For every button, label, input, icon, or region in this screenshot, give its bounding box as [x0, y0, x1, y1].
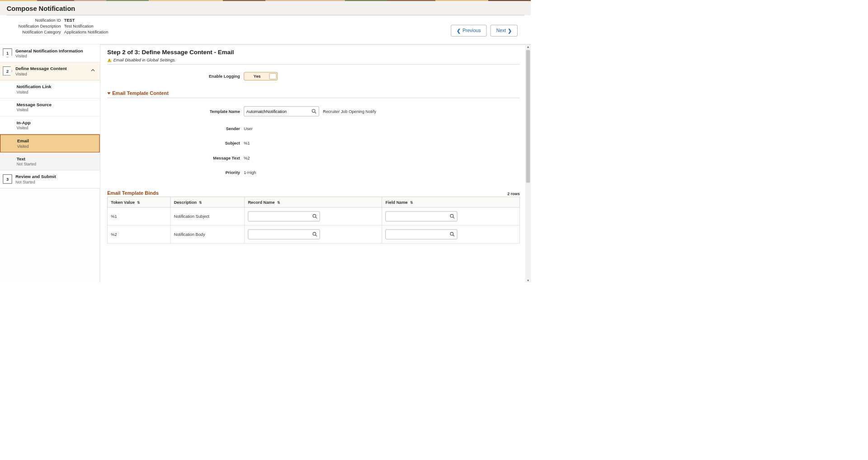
binds-col-token[interactable]: Token Value ⇅ [108, 197, 170, 207]
email-template-section-title: Email Template Content [112, 90, 169, 96]
next-button[interactable]: Next ❯ [491, 25, 518, 37]
sub-email-title: Email [17, 138, 29, 143]
notification-info-block: Notification ID TEST Notification Descri… [0, 17, 531, 44]
enable-logging-toggle[interactable]: Yes [244, 72, 278, 80]
search-icon[interactable] [448, 232, 457, 237]
email-binds-table: Token Value ⇅ Description ⇅ Record Name … [107, 197, 519, 243]
previous-button[interactable]: ❮ Previous [451, 25, 486, 37]
notification-id-label: Notification ID [7, 18, 64, 23]
sort-icon: ⇅ [410, 200, 413, 204]
sidebar-step-3[interactable]: 3 Review and Submit Not Started [0, 170, 100, 188]
step-3-badge: 3 [3, 174, 12, 184]
bind-field-lookup [386, 230, 458, 239]
step-2-badge: 2 [3, 66, 12, 76]
content-scrollbar[interactable]: ▲ ▼ [525, 44, 531, 282]
bind-record-cell [245, 207, 382, 225]
sub-email-status: Visited [17, 144, 29, 149]
priority-value: 1-High [244, 170, 256, 175]
step-2-title: Define Message Content [15, 66, 67, 71]
bind-record-input[interactable] [248, 230, 310, 239]
sidebar-sub-message-source[interactable]: Message Source Visited [0, 99, 100, 117]
sub-notification-link-status: Visited [17, 90, 52, 94]
sidebar-sub-email[interactable]: Email Visited [0, 134, 100, 152]
notification-description-label: Notification Description [7, 24, 64, 28]
sender-value: User [244, 126, 252, 131]
warning-text: Email Disabled in Global Settings. [113, 58, 176, 62]
template-name-input[interactable] [244, 108, 309, 116]
svg-line-1 [315, 112, 316, 113]
notification-category-label: Notification Category [7, 29, 64, 34]
page-header: Compose Notification [0, 1, 531, 15]
sidebar-sub-in-app[interactable]: In-App Visited [0, 116, 100, 134]
enable-logging-label: Enable Logging [107, 74, 244, 79]
scroll-track[interactable] [525, 49, 531, 277]
email-binds-rowcount: 2 rows [508, 192, 520, 196]
sort-icon: ⇅ [199, 200, 202, 204]
scroll-thumb[interactable] [526, 50, 530, 183]
enable-logging-value: Yes [244, 74, 269, 79]
scroll-up-arrow-icon[interactable]: ▲ [526, 44, 531, 49]
bind-description: Notification Body [170, 225, 245, 244]
template-name-lookup [244, 106, 319, 116]
sidebar-step-1[interactable]: 1 General Notification Information Visit… [0, 44, 100, 62]
message-text-value: %2 [244, 155, 250, 160]
binds-col-record[interactable]: Record Name ⇅ [245, 197, 382, 207]
section-divider [107, 98, 519, 98]
notification-id-value: TEST [64, 18, 75, 23]
sidebar-sub-notification-link[interactable]: Notification Link Visited [0, 80, 100, 99]
bind-record-lookup [248, 211, 320, 221]
search-icon[interactable] [448, 214, 457, 219]
sub-in-app-title: In-App [17, 120, 31, 125]
message-text-label: Message Text [107, 155, 244, 160]
previous-button-label: Previous [462, 28, 481, 33]
svg-line-3 [316, 217, 317, 218]
scroll-down-arrow-icon[interactable]: ▼ [526, 278, 531, 283]
email-binds-heading: Email Template Binds [107, 190, 159, 196]
sender-label: Sender [107, 126, 244, 131]
warning-line: Email Disabled in Global Settings. [107, 58, 519, 62]
sub-message-source-title: Message Source [17, 102, 52, 107]
bind-field-cell [382, 225, 519, 244]
sub-text-title: Text [17, 156, 36, 161]
search-icon[interactable] [310, 214, 320, 219]
sub-notification-link-title: Notification Link [17, 84, 52, 89]
bind-field-input[interactable] [386, 212, 448, 221]
step-3-title: Review and Submit [15, 174, 56, 179]
binds-col-field-label: Field Name [386, 200, 408, 204]
sort-icon: ⇅ [277, 200, 280, 204]
svg-point-2 [313, 214, 316, 217]
bind-field-input[interactable] [386, 230, 448, 239]
wizard-sidebar: 1 General Notification Information Visit… [0, 44, 100, 282]
subject-label: Subject [107, 141, 244, 146]
template-name-search-icon[interactable] [309, 109, 319, 114]
sub-text-status: Not Started [17, 162, 36, 166]
binds-col-description-label: Description [174, 200, 197, 204]
toggle-knob [269, 73, 277, 79]
sub-in-app-status: Visited [17, 126, 31, 130]
bind-description: Notification Subject [170, 207, 245, 225]
step-heading: Step 2 of 3: Define Message Content - Em… [107, 49, 519, 56]
binds-col-description[interactable]: Description ⇅ [170, 197, 245, 207]
svg-point-6 [313, 232, 316, 235]
content-pane: Step 2 of 3: Define Message Content - Em… [100, 44, 531, 282]
body-wrap: 1 General Notification Information Visit… [0, 44, 531, 282]
svg-point-4 [450, 214, 453, 217]
priority-label: Priority [107, 170, 244, 175]
svg-point-0 [312, 109, 315, 113]
step-1-title: General Notification Information [15, 48, 83, 53]
email-template-section-header[interactable]: Email Template Content [107, 90, 519, 96]
step-1-status: Visited [15, 54, 83, 58]
step-2-status: Visited [15, 72, 67, 76]
sidebar-step-2[interactable]: 2 Define Message Content Visited [0, 62, 100, 80]
bind-record-input[interactable] [248, 212, 310, 221]
binds-col-record-label: Record Name [248, 200, 274, 204]
binds-col-field[interactable]: Field Name ⇅ [382, 197, 519, 207]
step-1-badge: 1 [3, 48, 12, 58]
next-button-label: Next [496, 28, 506, 33]
sidebar-sub-text[interactable]: Text Not Started [0, 153, 100, 171]
page-title: Compose Notification [7, 5, 524, 13]
bind-field-lookup [386, 211, 458, 221]
search-icon[interactable] [310, 232, 320, 237]
header-divider [7, 15, 524, 15]
bind-token: %1 [108, 207, 170, 225]
